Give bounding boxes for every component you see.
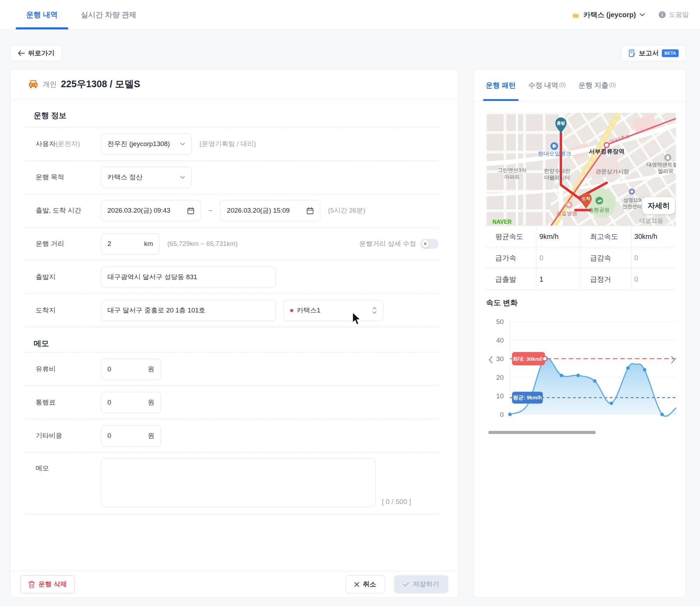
cancel-button[interactable]: 취소: [345, 575, 385, 593]
chart-scrollbar-thumb[interactable]: [488, 431, 596, 434]
back-label: 뒤로가기: [28, 49, 55, 58]
naver-logo: NAVER: [492, 219, 512, 225]
destination-place-select[interactable]: 카택스1: [284, 300, 384, 321]
distance-edit-toggle-label: 운행거리 상세 수정: [359, 239, 416, 248]
tab-driving-history[interactable]: 운행 내역: [16, 0, 68, 29]
map-label-hospital: 삼일병원: [556, 210, 578, 216]
purpose-label: 운행 목적: [24, 173, 101, 182]
duration-note: (5시간 26분): [328, 206, 365, 215]
driver-label-main: 사용자: [36, 140, 56, 147]
map-label-green-mansion-2: 아파트: [504, 174, 520, 180]
time-label: 출발, 도착 시간: [24, 206, 101, 215]
origin-input-field[interactable]: [107, 273, 269, 281]
svg-text:평균: 9km/h: 평균: 9km/h: [513, 394, 542, 400]
trip-detail-card: 개인 225우1308 / 모델S 운행 정보 사용자(운전자) 전우진 (je…: [10, 69, 458, 598]
safety-center-icon: [629, 188, 635, 195]
stat-rapid-accel-label: 급가속: [485, 247, 537, 269]
route-map[interactable]: 현대오일뱅크 서부정류장역 대구1호선 관문상가시장 대명역센트럴 엘리프 그린…: [485, 113, 676, 226]
stat-max-speed-value: 30km/h: [631, 226, 675, 247]
etc-cost-label: 기타비용: [24, 431, 101, 440]
etc-cost-input[interactable]: 0 원: [101, 425, 161, 447]
distance-label: 운행 거리: [24, 239, 101, 248]
stat-avg-speed-value: 9km/h: [537, 226, 580, 247]
time-tilde: ~: [209, 207, 212, 214]
distance-input[interactable]: 2 km: [101, 233, 160, 255]
content-row: 개인 225우1308 / 모델S 운행 정보 사용자(운전자) 전우진 (je…: [10, 69, 686, 598]
end-time-picker[interactable]: 2026.03.20(금) 15:09: [220, 200, 320, 221]
start-time-value: 2026.03.20(금) 09:43: [107, 206, 170, 215]
tab-realtime-monitoring[interactable]: 실시간 차량 관제: [70, 0, 147, 29]
start-time-picker[interactable]: 2026.03.20(금) 09:43: [101, 200, 201, 221]
car-icon: [28, 80, 38, 89]
toll-cost-value: 0: [107, 399, 111, 406]
destination-label: 도착지: [24, 306, 101, 315]
map-label-safety-1: 성명119: [623, 197, 641, 203]
form-row-toll: 통행료 0 원: [24, 386, 439, 419]
stat-rapid-decel-label: 급감속: [580, 247, 631, 269]
delete-trip-label: 운행 삭제: [38, 580, 67, 589]
purpose-select[interactable]: 카택스 정산: [101, 167, 192, 188]
gas-station-icon: [551, 142, 558, 150]
fuel-cost-unit: 원: [148, 365, 154, 374]
tab-driving-pattern[interactable]: 운행 패턴: [486, 69, 516, 101]
top-navbar: 운행 내역 실시간 차량 관제 카택스 (jeycorp) 도움말: [0, 0, 700, 30]
beta-badge: BETA: [662, 49, 679, 57]
park-icon: [595, 197, 603, 205]
tab-trip-expense[interactable]: 운행 지출(0): [579, 69, 616, 101]
navbar-right: 카택스 (jeycorp) 도움말: [572, 0, 689, 29]
map-detail-button[interactable]: 자세히: [642, 197, 675, 214]
memo-textarea[interactable]: [101, 458, 376, 507]
origin-input[interactable]: [101, 267, 276, 288]
place-color-dot: [290, 309, 293, 312]
speed-chart-title: 속도 변화: [486, 298, 675, 308]
distance-edit-toggle-group: 운행거리 상세 수정 ✕: [359, 239, 439, 249]
save-button[interactable]: 저장하기: [394, 575, 448, 593]
toolbar-row: 뒤로가기 보고서 BETA: [10, 45, 686, 61]
main-nav-tabs: 운행 내역 실시간 차량 관제: [16, 0, 147, 29]
destination-input-field[interactable]: [107, 307, 269, 314]
vehicle-title: 225우1308 / 모델S: [61, 78, 140, 90]
save-label: 저장하기: [413, 580, 439, 589]
trip-form: 운행 정보 사용자(운전자) 전우진 (jeycorp1308) (운영기획팀 …: [10, 99, 458, 571]
chart-prev-button[interactable]: [486, 355, 495, 364]
distance-edit-toggle[interactable]: ✕: [420, 239, 439, 249]
back-button[interactable]: 뒤로가기: [10, 45, 62, 61]
help-button[interactable]: 도움말: [658, 10, 689, 19]
chart-next-button[interactable]: [668, 355, 678, 364]
speed-chart-area: 01020304050최대: 30km/h평균: 9km/h: [485, 310, 676, 424]
toll-cost-input[interactable]: 0 원: [101, 392, 161, 413]
trip-pattern-panel: 운행 패턴 수정 내역(0) 운행 지출(0): [473, 69, 686, 598]
form-footer: 운행 삭제 취소 저장하기: [10, 571, 458, 597]
form-row-fuel: 유류비 0 원: [24, 353, 439, 386]
tab-trip-expense-label: 운행 지출: [579, 81, 609, 90]
map-label-hanyang-1: 한양수자인: [544, 168, 570, 174]
stat-rapid-start-value: 1: [537, 269, 580, 290]
origin-label: 출발지: [24, 273, 101, 282]
delete-trip-button[interactable]: 운행 삭제: [20, 575, 75, 593]
destination-input[interactable]: [101, 300, 276, 321]
map-label-daemyeong-1: 대명역센트럴: [646, 161, 676, 167]
driver-team-note: (운영기획팀 / 대리): [200, 139, 256, 149]
svg-text:출발: 출발: [557, 120, 565, 125]
pattern-panel-body: 현대오일뱅크 서부정류장역 대구1호선 관문상가시장 대명역센트럴 엘리프 그린…: [474, 101, 686, 434]
check-icon: [403, 582, 409, 587]
report-doc-icon: [629, 49, 636, 57]
form-row-driver: 사용자(운전자) 전우진 (jeycorp1308) (운영기획팀 / 대리): [24, 128, 439, 161]
map-label-market: 관문상가시장: [595, 168, 629, 174]
memo-char-counter: [ 0 / 500 ]: [382, 498, 411, 507]
hospital-icon: [566, 201, 573, 208]
fuel-cost-value: 0: [107, 365, 111, 373]
purpose-select-value: 카택스 정산: [107, 173, 142, 182]
driver-label-sub: (운전자): [56, 140, 80, 147]
form-row-distance: 운행 거리 2 km (65,729km ~ 65,731km) 운행거리 상세…: [24, 227, 439, 261]
report-button[interactable]: 보고서 BETA: [621, 45, 686, 61]
fuel-cost-input[interactable]: 0 원: [101, 359, 161, 380]
account-menu[interactable]: 카택스 (jeycorp): [572, 10, 645, 20]
driver-select-value: 전우진 (jeycorp1308): [107, 139, 170, 149]
tab-edit-history[interactable]: 수정 내역(0): [528, 69, 566, 101]
driver-select[interactable]: 전우진 (jeycorp1308): [101, 133, 192, 155]
svg-text:도착: 도착: [582, 196, 590, 201]
form-row-time: 출발, 도착 시간 2026.03.20(금) 09:43 ~ 2026.03.…: [24, 194, 439, 227]
calendar-icon: [187, 207, 194, 214]
tab-edit-history-count: (0): [559, 82, 566, 88]
